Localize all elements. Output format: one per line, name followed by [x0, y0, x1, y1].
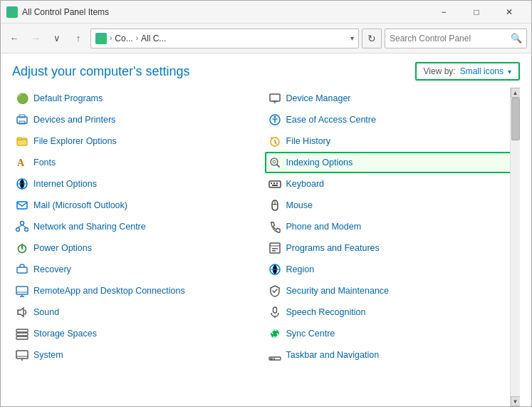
- svg-rect-56: [273, 359, 275, 360]
- up-button[interactable]: ↑: [69, 29, 88, 48]
- close-button[interactable]: ✕: [493, 1, 526, 24]
- device-manager-label: Device Manager: [286, 93, 351, 103]
- svg-point-24: [21, 222, 24, 225]
- control-item-ease-of-access[interactable]: Ease of Access Centre: [265, 109, 518, 130]
- view-by-value: Small icons: [460, 66, 504, 76]
- control-item-taskbar-navigation[interactable]: Taskbar and Navigation: [265, 344, 518, 366]
- svg-rect-22: [17, 202, 27, 209]
- internet-options-label: Internet Options: [33, 179, 97, 189]
- security-maintenance-label: Security and Maintenance: [286, 286, 390, 296]
- back-button[interactable]: ←: [5, 29, 24, 48]
- control-item-file-explorer-options[interactable]: File Explorer Options: [12, 130, 265, 152]
- refresh-button[interactable]: ↻: [362, 29, 382, 48]
- address-dropdown-arrow[interactable]: ▾: [350, 34, 354, 42]
- recent-locations-button[interactable]: ∨: [48, 29, 66, 48]
- speech-recognition-icon: [268, 305, 282, 319]
- control-item-security-maintenance[interactable]: Security and Maintenance: [265, 280, 518, 302]
- search-icon[interactable]: 🔍: [511, 33, 522, 43]
- scroll-track[interactable]: [511, 98, 521, 396]
- control-item-indexing-options[interactable]: Indexing Options: [265, 152, 518, 173]
- svg-point-26: [25, 228, 28, 232]
- control-item-mail[interactable]: Mail (Microsoft Outlook): [12, 195, 265, 216]
- phone-modem-label: Phone and Modem: [286, 222, 362, 232]
- page-title: Adjust your computer's settings: [12, 64, 190, 79]
- file-explorer-options-label: File Explorer Options: [33, 136, 117, 146]
- items-container: 🟢Default ProgramsDevice ManagerDevices a…: [12, 88, 520, 406]
- control-item-devices-and-printers[interactable]: Devices and Printers: [12, 109, 265, 130]
- mouse-icon: [268, 198, 282, 212]
- control-item-internet-options[interactable]: Internet Options: [12, 173, 265, 195]
- content-area: Adjust your computer's settings View by:…: [1, 53, 531, 406]
- indexing-options-icon: [268, 155, 282, 170]
- search-bar[interactable]: 🔍: [385, 29, 527, 48]
- control-item-mouse[interactable]: Mouse: [265, 195, 518, 216]
- svg-rect-33: [272, 248, 278, 249]
- control-item-system[interactable]: System: [12, 344, 265, 366]
- svg-line-43: [274, 289, 277, 292]
- control-item-fonts[interactable]: AFonts: [12, 152, 265, 173]
- control-item-speech-recognition[interactable]: Speech Recognition: [265, 302, 518, 323]
- chevron-icon: ›: [110, 34, 112, 42]
- scroll-up-button[interactable]: ▲: [511, 88, 521, 98]
- forward-button[interactable]: →: [26, 29, 45, 48]
- taskbar-navigation-icon: [268, 348, 282, 362]
- control-item-recovery[interactable]: Recovery: [12, 259, 265, 280]
- mouse-label: Mouse: [286, 200, 313, 210]
- system-label: System: [33, 350, 63, 360]
- scrollbar[interactable]: ▲ ▼: [510, 88, 520, 406]
- view-by-arrow: ▾: [508, 68, 511, 76]
- address-bar[interactable]: › Co... › All C... ▾: [90, 29, 359, 48]
- maximize-button[interactable]: □: [460, 1, 493, 24]
- svg-text:A: A: [17, 158, 25, 168]
- control-item-keyboard[interactable]: Keyboard: [265, 173, 518, 195]
- phone-modem-icon: [268, 220, 282, 234]
- control-item-phone-modem[interactable]: Phone and Modem: [265, 216, 518, 237]
- default-programs-label: Default Programs: [33, 93, 103, 103]
- title-bar-buttons: − □ ✕: [427, 1, 526, 24]
- devices-and-printers-icon: [15, 113, 29, 127]
- power-options-label: Power Options: [33, 243, 92, 253]
- control-item-storage-spaces[interactable]: Storage Spaces: [12, 323, 265, 344]
- svg-rect-34: [272, 250, 276, 252]
- device-manager-icon: [268, 91, 282, 105]
- fonts-label: Fonts: [33, 158, 56, 168]
- control-item-network-sharing[interactable]: Network and Sharing Centre: [12, 216, 265, 237]
- control-item-default-programs[interactable]: 🟢Default Programs: [12, 88, 265, 109]
- title-bar: All Control Panel Items − □ ✕: [1, 1, 531, 24]
- sync-centre-label: Sync Centre: [286, 329, 335, 339]
- programs-features-icon: [268, 241, 282, 255]
- file-history-icon: [268, 134, 282, 148]
- svg-rect-9: [17, 138, 21, 140]
- storage-spaces-label: Storage Spaces: [33, 329, 97, 339]
- control-item-programs-features[interactable]: Programs and Features: [265, 237, 518, 259]
- address-part1: Co...: [115, 34, 132, 43]
- control-item-remoteapp[interactable]: RemoteApp and Desktop Connections: [12, 280, 265, 302]
- svg-rect-38: [16, 287, 28, 294]
- svg-rect-18: [271, 182, 272, 184]
- search-input[interactable]: [390, 34, 508, 43]
- sound-icon: [15, 305, 29, 319]
- view-by-control[interactable]: View by: Small icons ▾: [415, 62, 521, 81]
- recovery-label: Recovery: [33, 264, 71, 274]
- main-window: All Control Panel Items − □ ✕ ← → ∨ ↑ › …: [0, 0, 532, 407]
- svg-rect-45: [273, 307, 276, 313]
- minimize-button[interactable]: −: [427, 1, 460, 24]
- fonts-icon: A: [15, 155, 29, 170]
- control-item-region[interactable]: Region: [265, 259, 518, 280]
- svg-line-27: [18, 225, 22, 228]
- nav-bar: ← → ∨ ↑ › Co... › All C... ▾ ↻ 🔍: [1, 24, 531, 53]
- indexing-options-label: Indexing Options: [286, 158, 353, 168]
- control-item-device-manager[interactable]: Device Manager: [265, 88, 518, 109]
- network-sharing-label: Network and Sharing Centre: [33, 222, 146, 232]
- scroll-down-button[interactable]: ▼: [511, 396, 521, 406]
- svg-point-7: [273, 116, 276, 118]
- control-item-power-options[interactable]: Power Options: [12, 237, 265, 259]
- scroll-thumb[interactable]: [511, 98, 520, 140]
- ease-of-access-icon: [268, 113, 282, 127]
- control-item-file-history[interactable]: File History: [265, 130, 518, 152]
- internet-options-icon: [15, 177, 29, 191]
- control-item-sound[interactable]: Sound: [12, 302, 265, 323]
- keyboard-label: Keyboard: [286, 179, 325, 189]
- control-item-sync-centre[interactable]: Sync Centre: [265, 323, 518, 344]
- power-options-icon: [15, 241, 29, 255]
